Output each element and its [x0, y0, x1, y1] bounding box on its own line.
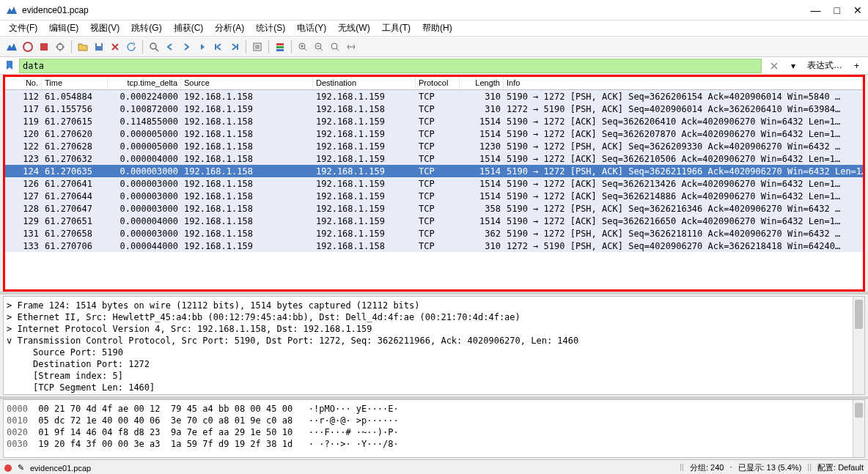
menu-tools[interactable]: 工具(T): [378, 21, 415, 36]
filter-bookmark-icon[interactable]: [4, 60, 16, 72]
capture-options-icon[interactable]: [53, 40, 67, 54]
packet-row[interactable]: 12261.2706280.000005000192.168.1.158192.…: [5, 140, 863, 152]
open-file-icon[interactable]: [76, 40, 90, 54]
packet-row[interactable]: 11961.2706150.114855000192.168.1.158192.…: [5, 115, 863, 127]
packet-list-body[interactable]: 11261.0548840.000224000192.168.1.158192.…: [5, 90, 863, 289]
menu-help[interactable]: 帮助(H): [418, 21, 457, 36]
packet-list-pane: No. Time tcp.time_delta Source Destinati…: [3, 75, 865, 292]
resize-columns-icon[interactable]: [344, 40, 358, 54]
hex-scrollbar[interactable]: [853, 400, 864, 457]
svg-rect-1: [40, 43, 48, 51]
zoom-reset-icon[interactable]: [328, 40, 342, 54]
display-filter-input[interactable]: [19, 59, 762, 73]
hex-line[interactable]: 0030 19 20 f4 3f 00 00 3e a3 1a 59 7f d9…: [7, 438, 861, 450]
menu-capture[interactable]: 捕获(C): [169, 21, 208, 36]
colorize-icon[interactable]: [273, 40, 287, 54]
detail-line[interactable]: > Internet Protocol Version 4, Src: 192.…: [7, 323, 861, 335]
detail-line[interactable]: > Frame 124: 1514 bytes on wire (12112 b…: [7, 300, 861, 311]
splitter-top[interactable]: [0, 292, 868, 295]
find-icon[interactable]: [147, 40, 161, 54]
hex-line[interactable]: 0020 01 9f 14 46 04 f8 d8 23 9a 7e ef aa…: [7, 426, 861, 438]
status-profile[interactable]: 配置: Default: [817, 462, 864, 473]
start-capture-icon[interactable]: [4, 40, 19, 54]
menu-view[interactable]: 视图(V): [86, 21, 124, 36]
goto-packet-icon[interactable]: [195, 40, 210, 54]
detail-line[interactable]: [Stream index: 5]: [7, 370, 861, 382]
menu-bar: 文件(F) 编辑(E) 视图(V) 跳转(G) 捕获(C) 分析(A) 统计(S…: [0, 21, 868, 37]
wireshark-icon: [6, 4, 18, 16]
menu-telephony[interactable]: 电话(Y): [293, 21, 331, 36]
detail-line[interactable]: > Ethernet II, Src: HewlettP_45:a4:bb (0…: [7, 311, 861, 323]
svg-point-2: [57, 44, 63, 50]
detail-line[interactable]: v Transmission Control Protocol, Src Por…: [7, 335, 861, 347]
next-packet-icon[interactable]: [179, 40, 194, 54]
filter-apply-icon[interactable]: ▾: [787, 59, 800, 73]
packet-row[interactable]: 12361.2706320.000004000192.168.1.158192.…: [5, 152, 863, 165]
svg-point-0: [23, 42, 32, 51]
expression-button[interactable]: 表达式…: [803, 58, 847, 73]
col-delta[interactable]: tcp.time_delta: [108, 77, 181, 89]
col-source[interactable]: Source: [181, 77, 313, 89]
packet-list-header: No. Time tcp.time_delta Source Destinati…: [5, 77, 863, 90]
col-destination[interactable]: Destination: [313, 77, 416, 89]
col-info[interactable]: Info: [504, 77, 863, 89]
packet-row[interactable]: 12761.2706440.000003000192.168.1.158192.…: [5, 190, 863, 202]
col-protocol[interactable]: Protocol: [416, 77, 460, 89]
detail-line[interactable]: [TCP Segment Len: 1460]: [7, 382, 861, 393]
detail-line[interactable]: Source Port: 5190: [7, 347, 861, 358]
minimize-button[interactable]: —: [811, 4, 821, 16]
packet-row[interactable]: 12961.2706510.000004000192.168.1.158192.…: [5, 215, 863, 227]
zoom-in-icon[interactable]: [295, 40, 310, 54]
expert-info-icon[interactable]: [4, 464, 12, 472]
menu-wireless[interactable]: 无线(W): [334, 21, 374, 36]
svg-rect-7: [276, 43, 284, 45]
status-packets: 分组: 240: [690, 462, 724, 473]
status-file: evidence01.pcap: [30, 464, 680, 473]
menu-analyze[interactable]: 分析(A): [210, 21, 249, 36]
main-toolbar: [0, 37, 868, 57]
svg-rect-9: [276, 49, 284, 51]
maximize-button[interactable]: □: [834, 4, 840, 16]
close-button[interactable]: ✕: [853, 4, 862, 16]
packet-row[interactable]: 12861.2706470.000003000192.168.1.158192.…: [5, 202, 863, 215]
restart-capture-icon[interactable]: [37, 40, 51, 54]
first-packet-icon[interactable]: [211, 40, 226, 54]
autoscroll-icon[interactable]: [250, 40, 265, 54]
packet-row[interactable]: 12061.2706200.000005000192.168.1.158192.…: [5, 127, 863, 140]
packet-row[interactable]: 12661.2706410.000003000192.168.1.158192.…: [5, 177, 863, 190]
stop-capture-icon[interactable]: [21, 40, 35, 54]
packet-bytes-pane[interactable]: 0000 00 21 70 4d 4f ae 00 12 79 45 a4 bb…: [3, 399, 865, 458]
hex-line[interactable]: 0010 05 dc 72 1e 40 00 40 06 3e 70 c0 a8…: [7, 415, 861, 426]
packet-row[interactable]: 13161.2706580.000003000192.168.1.158192.…: [5, 227, 863, 240]
detail-line[interactable]: Destination Port: 1272: [7, 358, 861, 370]
svg-rect-8: [276, 46, 284, 48]
filter-clear-icon[interactable]: [765, 59, 784, 73]
packet-row[interactable]: 11261.0548840.000224000192.168.1.158192.…: [5, 90, 863, 103]
svg-rect-4: [97, 43, 101, 46]
last-packet-icon[interactable]: [227, 40, 242, 54]
menu-statistics[interactable]: 统计(S): [251, 21, 290, 36]
packet-details-pane[interactable]: > Frame 124: 1514 bytes on wire (12112 b…: [3, 296, 865, 395]
window-title: evidence01.pcap: [22, 5, 811, 15]
prev-packet-icon[interactable]: [163, 40, 177, 54]
status-bar: ✎ evidence01.pcap || 分组: 240 · 已显示: 13 (…: [0, 459, 868, 474]
zoom-out-icon[interactable]: [312, 40, 326, 54]
packet-row[interactable]: 11761.1557560.100872000192.168.1.159192.…: [5, 103, 863, 115]
menu-go[interactable]: 跳转(G): [127, 21, 166, 36]
col-no[interactable]: No.: [5, 77, 42, 89]
menu-file[interactable]: 文件(F): [4, 21, 42, 36]
add-filter-button[interactable]: +: [850, 59, 864, 73]
close-file-icon[interactable]: [108, 40, 122, 54]
col-time[interactable]: Time: [42, 77, 108, 89]
display-filter-bar: ▾ 表达式… +: [0, 57, 868, 75]
reload-icon[interactable]: [124, 40, 139, 54]
save-file-icon[interactable]: [92, 40, 106, 54]
packet-row[interactable]: 13361.2707060.000044000192.168.1.159192.…: [5, 240, 863, 252]
menu-edit[interactable]: 编辑(E): [45, 21, 83, 36]
hex-line[interactable]: 0000 00 21 70 4d 4f ae 00 12 79 45 a4 bb…: [7, 403, 861, 415]
details-scrollbar[interactable]: [853, 297, 864, 394]
col-length[interactable]: Length: [460, 77, 504, 89]
packet-row[interactable]: 12461.2706350.000003000192.168.1.158192.…: [5, 165, 863, 177]
edit-capture-icon[interactable]: ✎: [18, 463, 24, 473]
title-bar: evidence01.pcap — □ ✕: [0, 0, 868, 21]
